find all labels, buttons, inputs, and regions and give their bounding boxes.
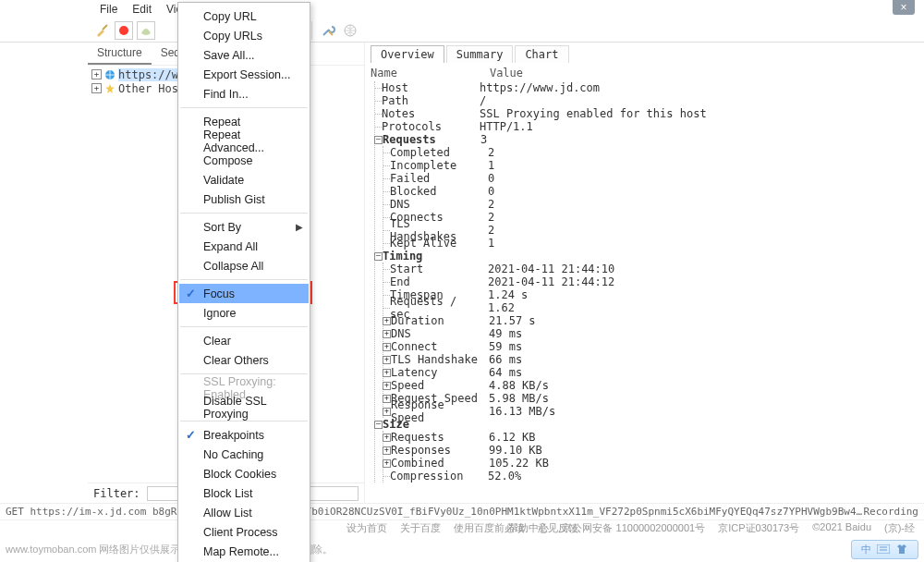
globe-icon[interactable] [341,21,359,40]
broom-icon[interactable] [92,21,111,40]
overview-row[interactable]: +Requests6.12 KB [383,431,918,444]
expand-icon[interactable]: + [91,69,102,79]
window-close-chip[interactable]: × [893,0,915,15]
menu-item-block-cookies[interactable]: Block Cookies [179,464,309,483]
menu-item-sort-by[interactable]: Sort By▶ [179,217,309,237]
expand-icon[interactable]: + [383,434,391,442]
menu-item-no-caching[interactable]: No Caching [179,445,309,464]
menu-item-map-remote[interactable]: Map Remote... [179,542,309,561]
menu-item-block-list[interactable]: Block List [179,483,309,503]
overview-row[interactable]: Compression52.0% [383,470,918,483]
overview-value: 1.62 [488,301,515,314]
menu-item-expand-all[interactable]: Expand All [179,237,309,256]
menu-item-save-all[interactable]: Save All... [179,45,309,65]
tab-structure[interactable]: Structure [88,43,152,65]
status-bar: GET https://im-x.jd.com b8gRS0g6jDF2_E1f… [0,503,924,519]
overview-row[interactable]: DNS2 [383,198,918,211]
menu-item-copy-urls[interactable]: Copy URLs [179,26,309,45]
footer-link[interactable]: 京ICP证030173号 [718,521,799,535]
overview-row[interactable]: TLS Handshakes2 [383,224,918,237]
menu-item-focus[interactable]: Focus [179,284,309,303]
menu-item-ignore[interactable]: Ignore [179,303,309,323]
overview-row[interactable]: Requests / sec1.62 [383,301,918,314]
overview-row[interactable]: End2021-04-11 21:44:12 [383,275,918,288]
overview-key: TLS Handshake [391,353,483,366]
expand-icon[interactable]: + [383,343,391,351]
overview-row[interactable]: Incomplete1 [383,159,918,172]
overview-row[interactable]: Start2021-04-11 21:44:10 [383,263,918,275]
menu-item-clear[interactable]: Clear [179,331,309,350]
overview-value: 2021-04-11 21:44:10 [488,263,614,275]
overview-value: 59 ms [489,340,522,353]
menu-item-find-in[interactable]: Find In... [179,84,309,104]
overview-row[interactable]: Kept Alive1 [383,237,918,250]
expand-icon[interactable]: + [383,317,391,325]
collapse-icon[interactable]: – [374,421,383,429]
tab-overview[interactable]: Overview [371,45,444,63]
footer-link[interactable]: 帮助中心 [508,521,549,535]
expand-icon[interactable]: + [383,408,391,416]
filter-label: Filter: [93,487,140,500]
overview-value: 99.10 KB [489,444,542,457]
collapse-icon[interactable]: – [374,136,383,144]
overview-row[interactable]: +Speed4.88 KB/s [383,379,918,392]
overview-row[interactable]: +Connect59 ms [383,340,918,353]
overview-row[interactable]: +Latency64 ms [383,366,918,379]
overview-row[interactable]: Path/ [375,94,918,107]
menu-item-clear-others[interactable]: Clear Others [179,350,309,370]
menu-edit[interactable]: Edit [125,1,159,18]
overview-row[interactable]: Completed2 [383,146,918,159]
overview-row[interactable]: +TLS Handshake66 ms [383,353,918,366]
overview-value: 2 [488,146,494,159]
overview-key: Host [382,81,474,94]
tools-icon[interactable] [319,21,337,40]
overview-row[interactable]: ProtocolsHTTP/1.1 [375,120,918,133]
tab-summary[interactable]: Summary [446,45,514,63]
expand-icon[interactable]: + [383,330,391,338]
menu-item-disable-ssl-proxying[interactable]: Disable SSL Proxying [179,397,309,417]
overview-row[interactable]: +Responses99.10 KB [383,444,918,457]
overview-row[interactable]: +Combined105.22 KB [383,457,918,470]
menu-item-client-process[interactable]: Client Process [179,522,309,542]
expand-icon[interactable]: + [383,395,391,403]
overview-row[interactable]: Hosthttps://www.jd.com [375,81,918,94]
overview-row[interactable]: +DNS49 ms [383,327,918,340]
menu-item-breakpoints[interactable]: Breakpoints [179,425,309,445]
expand-icon[interactable]: + [383,459,391,468]
context-menu[interactable]: Copy URLCopy URLsSave All...Export Sessi… [177,2,310,562]
menu-item-export-session[interactable]: Export Session... [179,65,309,84]
menu-item-copy-url[interactable]: Copy URL [179,6,309,26]
menu-item-repeat-advanced[interactable]: Repeat Advanced... [179,131,309,151]
keyboard-icon [877,544,890,554]
footer-link[interactable]: 设为首页 [346,521,387,535]
menu-item-validate[interactable]: Validate [179,170,309,189]
overview-row[interactable]: Failed0 [383,172,918,185]
footer-link[interactable]: 关于百度 [400,521,441,535]
overview-group[interactable]: –Requests3 [375,133,918,146]
ssl-icon[interactable] [137,21,155,40]
menu-item-collapse-all[interactable]: Collapse All [179,256,309,275]
footer-link[interactable]: 京公网安备 11000002000001号 [562,521,705,535]
expand-icon[interactable]: + [383,446,391,455]
overview-row[interactable]: +Duration21.57 s [383,314,918,327]
collapse-icon[interactable]: – [374,252,383,261]
expand-icon[interactable]: + [383,369,391,377]
overview-row[interactable]: +Response Speed16.13 MB/s [383,405,918,418]
ime-indicator[interactable]: 中 [851,540,918,559]
watermark-footer: www.toymoban.com 网络图片仅供展示，不存储，如有侵权请联系删除。… [0,536,924,562]
overview-row[interactable]: Blocked0 [383,185,918,198]
overview-group[interactable]: –Size [375,418,918,431]
record-icon[interactable] [115,21,133,40]
expand-icon[interactable]: + [91,83,102,93]
menu-file[interactable]: File [92,1,125,18]
overview-group[interactable]: –Timing [375,250,918,263]
expand-icon[interactable]: + [383,356,391,364]
overview-row[interactable]: NotesSSL Proxying enabled for this host [375,107,918,120]
menu-item-allow-list[interactable]: Allow List [179,503,309,522]
expand-icon[interactable]: + [383,382,391,390]
menu-item-compose[interactable]: Compose [179,151,309,170]
tab-chart[interactable]: Chart [515,45,568,63]
menu-item-publish-gist[interactable]: Publish Gist [179,189,309,209]
overview-key: Compression [390,470,482,483]
overview-value: 1.24 s [488,288,528,301]
